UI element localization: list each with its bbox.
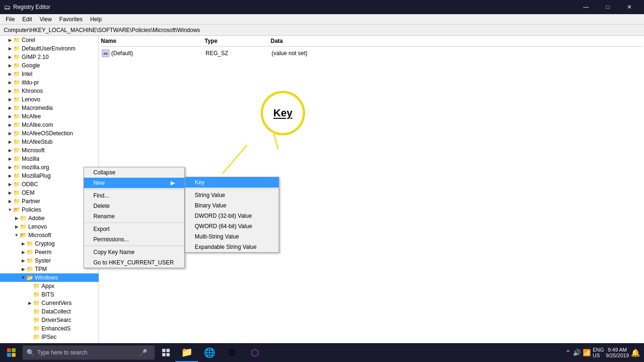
cm-delete[interactable]: Delete [84,201,184,211]
cm-sub-key[interactable]: Key [185,177,279,188]
maximize-button[interactable]: □ [597,0,619,14]
tree-item-intel[interactable]: ▶📁Intel [0,70,99,78]
tree-item-bits[interactable]: 📁BITS [0,290,99,299]
reg-value-type: REG_SZ [206,50,272,57]
cm-rename[interactable]: Rename [84,211,184,222]
taskbar-app4[interactable]: ⬡ [243,343,266,362]
cm-goto-hkcu[interactable]: Go to HKEY_CURRENT_USER [84,257,184,268]
cm-sub-string[interactable]: String Value [185,190,279,200]
tree-item-corel[interactable]: ▶📁Corel [0,36,99,44]
tree-item-mcafeestub[interactable]: ▶📁McAfeeStub [0,138,99,146]
tree-item-appx[interactable]: 📁Appx [0,282,99,290]
tree-item-mozilla[interactable]: ▶📁Mozilla [0,155,99,163]
cm-export[interactable]: Export [84,224,184,234]
cm-sep2 [84,222,184,223]
language-indicator: ENG US [593,347,604,358]
taskbar-chrome[interactable]: ⚙ [221,343,243,362]
minimize-button[interactable]: — [575,0,597,14]
menu-edit[interactable]: Edit [18,14,36,25]
tree-item-mcafee[interactable]: ▶📁McAfee [0,112,99,121]
svg-rect-8 [166,353,170,356]
menu-bar: File Edit View Favorites Help [0,14,644,25]
svg-rect-2 [12,348,16,352]
cm-sub-sep1 [185,189,279,189]
reg-value-data: (value not set) [272,50,307,57]
svg-rect-3 [7,353,11,357]
menu-favorites[interactable]: Favorites [56,14,86,25]
cm-sub-qword[interactable]: QWORD (64-bit) Value [185,221,279,231]
cm-sub-expandable[interactable]: Expandable String Value [185,242,279,252]
right-header: Name Type Data [101,38,642,47]
tree-item-defaultuser[interactable]: ▶📁DefaultUserEnvironm [0,44,99,53]
task-view-button[interactable] [157,343,175,362]
svg-rect-6 [166,349,170,352]
chrome-icon: ⚙ [228,347,236,358]
system-tray-icons: ⌃ 🔊 📶 [565,349,591,356]
tree-item-macromedia[interactable]: ▶📁Macromedia [0,104,99,112]
cm-sep1 [84,189,184,189]
search-icon: 🔍 [26,349,34,356]
tree-item-driversearc[interactable]: 📁DriverSearc [0,316,99,324]
reg-value-icon: ab [102,49,109,57]
tree-item-microsoft[interactable]: ▶📁Microsoft [0,146,99,155]
menu-file[interactable]: File [2,14,18,25]
close-button[interactable]: ✕ [619,0,640,14]
tree-item-enhanceds[interactable]: 📁EnhancedS [0,324,99,333]
start-button[interactable] [0,343,23,362]
svg-rect-1 [7,348,11,352]
svg-rect-4 [12,353,16,357]
taskbar-file-explorer[interactable]: 📁 [175,343,198,362]
address-label: Computer\HKEY_LOCAL_MACHINE\SOFTWARE\Pol… [4,27,200,33]
context-menu-sub: Key String Value Binary Value DWORD (32-… [185,177,279,253]
title-bar-controls: — □ ✕ [575,0,640,14]
menu-help[interactable]: Help [86,14,106,25]
cm-new[interactable]: New ▶ [84,178,184,188]
taskbar-search[interactable]: 🔍 🎤 [23,346,155,360]
taskbar: 🔍 🎤 📁 🌐 ⚙ ⬡ ⌃ 🔊 📶 ENG US 9:49 AM 9/25/20… [0,343,644,362]
cm-collapse[interactable]: Collapse [84,167,184,178]
tree-item-gimp[interactable]: ▶📁GIMP 2.10 [0,53,99,61]
taskbar-right: ⌃ 🔊 📶 ENG US 9:49 AM 9/25/2019 🔔 [565,347,644,358]
col-type-header: Type [205,38,271,44]
app-icon: 🗂 [4,3,10,11]
tree-item-currentvers[interactable]: ▶📁CurrentVers [0,299,99,307]
taskbar-time[interactable]: 9:49 AM 9/25/2019 [606,347,629,358]
taskbar-edge[interactable]: 🌐 [198,343,221,362]
cm-sep3 [84,246,184,246]
edge-icon: 🌐 [204,347,215,358]
col-data-header: Data [271,38,642,44]
app4-icon: ⬡ [251,347,259,358]
menu-view[interactable]: View [36,14,56,25]
svg-rect-5 [162,349,165,352]
title-bar: 🗂 Registry Editor — □ ✕ [0,0,644,14]
notification-icon[interactable]: 🔔 [631,348,640,357]
search-input[interactable] [37,349,136,356]
reg-value-name: (Default) [111,50,206,57]
cm-permissions[interactable]: Permissions... [84,234,184,245]
tree-item-datacollect[interactable]: 📁DataCollect [0,307,99,316]
tree-item-windows[interactable]: ▼📂Windows [0,273,99,282]
cm-find[interactable]: Find... [84,190,184,201]
window-title: Registry Editor [13,4,50,10]
tree-item-mcafeeos[interactable]: ▶📁McAfeeOSDetection [0,129,99,138]
tree-item-itldu[interactable]: ▶📁itldu-pr [0,78,99,87]
tree-item-lenovo[interactable]: ▶📁Lenovo [0,95,99,104]
tree-item-mcafeecom[interactable]: ▶📁McAfee.com [0,121,99,129]
col-name-header: Name [101,38,205,44]
clock-time: 9:49 AM [606,347,629,353]
clock-date: 9/25/2019 [606,353,629,358]
file-explorer-icon: 📁 [181,346,193,358]
cm-sub-multistring[interactable]: Multi-String Value [185,231,279,242]
mic-icon: 🎤 [139,349,147,356]
cm-sub-dword[interactable]: DWORD (32-bit) Value [185,211,279,221]
cm-sub-binary[interactable]: Binary Value [185,200,279,211]
key-bubble: Key [262,92,304,134]
tree-item-google[interactable]: ▶📁Google [0,61,99,70]
registry-row-default[interactable]: ab (Default) REG_SZ (value not set) [101,49,642,58]
tree-item-khronos[interactable]: ▶📁Khronos [0,87,99,95]
cm-copy-key-name[interactable]: Copy Key Name [84,247,184,257]
svg-rect-7 [162,353,165,356]
tree-item-ipsec[interactable]: 📁IPSec [0,333,99,341]
context-menu-main: Collapse New ▶ Find... Delete Rename Exp… [83,167,185,268]
address-bar: Computer\HKEY_LOCAL_MACHINE\SOFTWARE\Pol… [0,25,644,36]
